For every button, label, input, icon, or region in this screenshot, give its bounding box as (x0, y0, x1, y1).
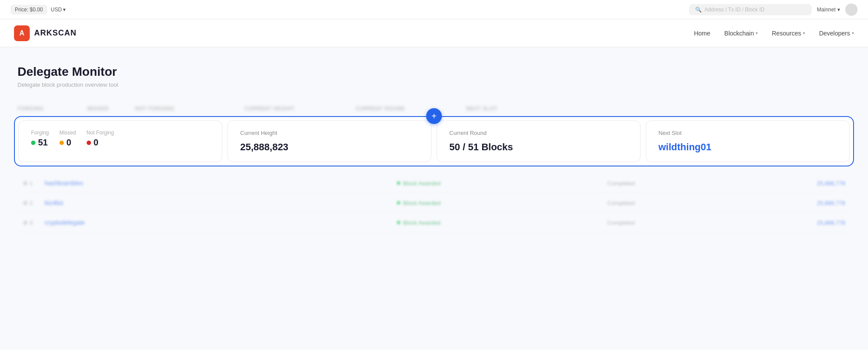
table-area: ⚙ 1 hashbrambles Block Awarded Completed… (18, 173, 850, 233)
page-content: Delegate Monitor Delegate block producti… (0, 47, 868, 241)
status-dot-icon (397, 201, 400, 205)
current-height-value: 25,888,823 (240, 141, 419, 153)
col-header-round: Current Round (356, 106, 405, 112)
network-chevron-icon: ▾ (837, 7, 840, 13)
search-bar[interactable]: 🔍 Address / Tx ID / Block ID (689, 4, 812, 15)
top-bar-right: 🔍 Address / Tx ID / Block ID Mainnet ▾ (689, 4, 858, 16)
row-completed: Completed (449, 219, 793, 226)
current-height-card: Current Height 25,888,823 (228, 120, 431, 162)
table-row: ⚙ 3 cryptodelegate Block Awarded Complet… (18, 213, 850, 233)
col-header-next-slot: Next Slot (466, 106, 498, 112)
logo-area: A ARKSCAN (14, 25, 77, 41)
main-nav: A ARKSCAN Home Blockchain ▾ Resources ▾ … (0, 19, 868, 47)
not-forging-label: Not Forging (87, 130, 114, 136)
row-name: cryptodelegate (45, 219, 388, 226)
current-round-card: Current Round 50 / 51 Blocks (437, 120, 640, 162)
forging-item: Forging 51 (31, 130, 49, 148)
nav-label-blockchain: Blockchain (724, 30, 754, 37)
row-status: Block Awarded (397, 219, 441, 226)
col-header-not-forging: Not Forging (135, 106, 175, 112)
avatar[interactable] (845, 4, 858, 16)
table-row: ⚙ 1 hashbrambles Block Awarded Completed… (18, 173, 850, 193)
next-slot-card: Next Slot wildthing01 (646, 120, 850, 162)
forging-count: 51 (38, 138, 48, 148)
currency-select[interactable]: USD ▾ (51, 7, 66, 13)
table-row: ⚙ 2 biz4biz Block Awarded Completed 25,8… (18, 193, 850, 213)
missed-item: Missed 0 (60, 130, 76, 148)
currency-chevron-icon: ▾ (63, 7, 66, 13)
col-header-height: Current Height (245, 106, 294, 112)
row-rank: ⚙ 3 (23, 219, 36, 226)
missed-dot-icon (60, 141, 64, 145)
resources-chevron-icon: ▾ (803, 31, 805, 35)
nav-link-resources[interactable]: Resources ▾ (772, 30, 805, 37)
forging-card: Forging 51 Missed 0 No (18, 120, 222, 162)
status-dot-icon (397, 181, 400, 185)
row-rank: ⚙ 1 (23, 180, 36, 187)
page-title: Delegate Monitor (18, 65, 850, 79)
not-forging-value-display: 0 (87, 138, 114, 148)
row-rank: ⚙ 2 (23, 200, 36, 206)
search-placeholder-text: Address / Tx ID / Block ID (704, 7, 764, 13)
plus-button[interactable]: + (426, 108, 442, 124)
network-select[interactable]: Mainnet ▾ (817, 7, 840, 13)
row-completed: Completed (449, 180, 793, 187)
status-text: Block Awarded (403, 180, 441, 187)
page-subtitle: Delegate block production overview tool (18, 81, 850, 88)
forging-stats-row: Forging 51 Missed 0 No (31, 130, 210, 148)
status-text: Block Awarded (403, 219, 441, 226)
nav-label-home: Home (694, 30, 710, 37)
row-amount: 25,888,778 (802, 219, 845, 226)
next-slot-value[interactable]: wildthing01 (658, 141, 711, 152)
top-bar: Price: $0.00 USD ▾ 🔍 Address / Tx ID / B… (0, 0, 868, 19)
status-dot-icon (397, 221, 400, 224)
next-slot-label: Next Slot (658, 130, 837, 136)
nav-link-developers[interactable]: Developers ▾ (819, 30, 854, 37)
logo-letter: A (19, 29, 24, 37)
developers-chevron-icon: ▾ (852, 31, 854, 35)
price-badge: Price: $0.00 (10, 5, 47, 14)
current-round-value: 50 / 51 Blocks (449, 141, 628, 153)
forging-dot-icon (31, 141, 35, 145)
row-amount: 25,888,778 (802, 180, 845, 187)
logo-icon: A (14, 25, 30, 41)
row-status: Block Awarded (397, 200, 441, 206)
nav-links: Home Blockchain ▾ Resources ▾ Developers… (694, 30, 854, 37)
nav-link-blockchain[interactable]: Blockchain ▾ (724, 30, 758, 37)
network-label: Mainnet (817, 7, 836, 13)
blockchain-chevron-icon: ▾ (756, 31, 758, 35)
stats-panel-wrapper: + Forging 51 Missed (14, 116, 854, 166)
not-forging-count: 0 (94, 138, 98, 148)
row-name: hashbrambles (45, 180, 388, 187)
not-forging-item: Not Forging 0 (87, 130, 114, 148)
row-amount: 25,888,778 (802, 200, 845, 206)
current-round-label: Current Round (449, 130, 628, 136)
col-header-missed: Missed (88, 106, 109, 112)
col-header-forging: Forging (18, 106, 44, 112)
currency-label: USD (51, 7, 62, 13)
top-bar-left: Price: $0.00 USD ▾ (10, 5, 66, 14)
nav-link-home[interactable]: Home (694, 30, 710, 37)
current-height-label: Current Height (240, 130, 419, 136)
search-icon: 🔍 (695, 7, 702, 13)
missed-count: 0 (66, 138, 71, 148)
nav-label-resources: Resources (772, 30, 801, 37)
logo-text: ARKSCAN (34, 28, 77, 38)
row-name: biz4biz (45, 199, 388, 206)
row-completed: Completed (449, 200, 793, 206)
missed-label: Missed (60, 130, 76, 136)
forging-label: Forging (31, 130, 49, 136)
nav-label-developers: Developers (819, 30, 850, 37)
row-status: Block Awarded (397, 180, 441, 187)
missed-value-display: 0 (60, 138, 76, 148)
forging-value-display: 51 (31, 138, 49, 148)
status-text: Block Awarded (403, 200, 441, 206)
not-forging-dot-icon (87, 141, 91, 145)
